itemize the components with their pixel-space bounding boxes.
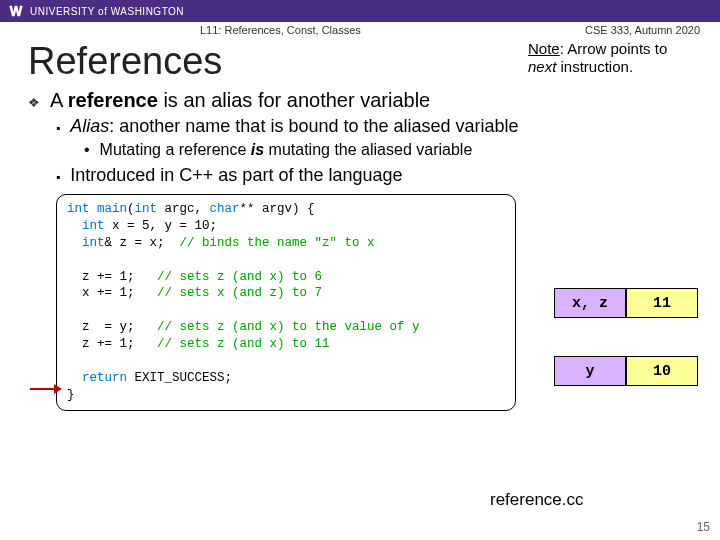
svg-marker-1 <box>54 384 62 394</box>
lecture-label: L11: References, Const, Classes <box>200 24 361 36</box>
filename-label: reference.cc <box>490 490 584 510</box>
page-number: 15 <box>697 520 710 534</box>
bullet-1: ❖A reference is an alias for another var… <box>28 89 692 112</box>
var-label-y: y <box>554 356 626 386</box>
square-bullet-icon: ▪ <box>56 121 60 135</box>
bullet-2: ▪Alias: another name that is bound to th… <box>56 116 692 137</box>
arrow-note: Note: Arrow points to next instruction. <box>528 40 698 76</box>
var-label-xz: x, z <box>554 288 626 318</box>
diamond-bullet-icon: ❖ <box>28 95 40 110</box>
table-row: y 10 <box>554 356 698 386</box>
header-bar: UNIVERSITY of WASHINGTON <box>0 0 720 22</box>
university-name: UNIVERSITY of WASHINGTON <box>30 6 184 17</box>
bullet-4: ▪Introduced in C++ as part of the langua… <box>56 165 692 186</box>
uw-logo-icon <box>8 3 24 19</box>
course-label: CSE 333, Autumn 2020 <box>585 24 700 36</box>
code-block: int main(int argc, char** argv) { int x … <box>56 194 516 411</box>
sub-header: L11: References, Const, Classes CSE 333,… <box>0 22 720 36</box>
var-value-y: 10 <box>626 356 698 386</box>
instruction-arrow-icon <box>30 382 62 400</box>
bullet-3: •Mutating a reference is mutating the al… <box>84 141 692 159</box>
dot-bullet-icon: • <box>84 141 90 159</box>
var-value-xz: 11 <box>626 288 698 318</box>
slide-title: References <box>28 40 222 83</box>
variable-tables: x, z 11 y 10 <box>554 288 698 386</box>
table-row: x, z 11 <box>554 288 698 318</box>
square-bullet-icon: ▪ <box>56 170 60 184</box>
